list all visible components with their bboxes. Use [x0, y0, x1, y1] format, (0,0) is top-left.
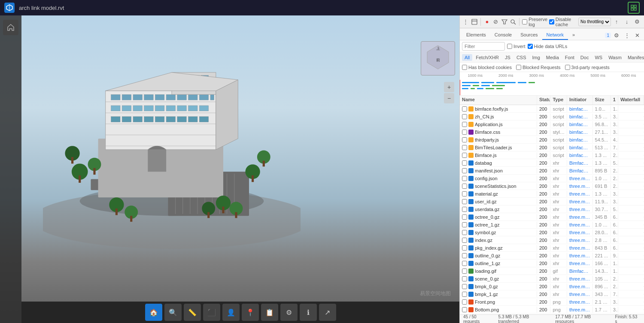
row-checkbox[interactable] — [462, 176, 467, 181]
row-checkbox[interactable] — [462, 199, 467, 204]
zoom-out-btn[interactable]: − — [444, 93, 454, 103]
row-checkbox[interactable] — [462, 106, 467, 112]
table-row[interactable]: BimTilesLoader.js 200 script bimface.ind… — [460, 144, 644, 151]
blocked-requests-checkbox[interactable] — [516, 65, 521, 70]
table-row[interactable]: user_id.gz 200 xhr three.min.js:6 11.9..… — [460, 198, 644, 205]
record-btn[interactable]: ● — [483, 17, 491, 27]
type-img[interactable]: Img — [530, 54, 543, 61]
zoom-in-btn[interactable]: + — [444, 82, 454, 92]
hide-data-urls-checkbox[interactable] — [528, 44, 533, 49]
tab-network[interactable]: Network — [542, 30, 568, 40]
table-row[interactable]: bmpk_1.gz 200 xhr three.min.js:6 343 ...… — [460, 290, 644, 298]
info-btn[interactable]: ℹ — [300, 304, 317, 321]
table-row[interactable]: scene_0.gz 200 xhr three.min.js:6 105 ..… — [460, 275, 644, 283]
filter-toggle-btn[interactable] — [501, 17, 508, 27]
search-btn[interactable]: 🔍 — [164, 304, 182, 321]
table-row[interactable]: sceneStatistics.json 200 xhr three.min.j… — [460, 182, 644, 190]
invert-checkbox[interactable] — [507, 44, 512, 49]
type-ws[interactable]: WS — [592, 54, 605, 61]
row-checkbox[interactable] — [462, 207, 467, 212]
preserve-log-checkbox[interactable] — [522, 19, 527, 24]
type-wasm[interactable]: Wasm — [606, 54, 624, 61]
row-checkbox[interactable] — [462, 214, 467, 220]
export-btn[interactable]: ↓ — [622, 17, 632, 27]
row-checkbox[interactable] — [462, 299, 467, 305]
col-size[interactable]: Size — [593, 96, 611, 105]
table-row[interactable]: Front.png 200 png three.min.js:6 2.1 kB … — [460, 298, 644, 306]
fullscreen-btn[interactable]: ↗ — [319, 304, 336, 321]
row-checkbox[interactable] — [462, 269, 467, 274]
table-row[interactable]: octree_1.gz 200 xhr three.min.js:6 1.0 k… — [460, 221, 644, 229]
type-js[interactable]: JS — [502, 54, 513, 61]
table-row[interactable]: Bimface.js 200 script bimface.ind... 1.3… — [460, 151, 644, 159]
row-checkbox[interactable] — [462, 153, 467, 158]
search-network-btn[interactable] — [509, 17, 516, 27]
table-row[interactable]: Bottom.png 200 png three.min.js:6 1.7 kB… — [460, 306, 644, 314]
type-fetch-xhr[interactable]: Fetch/XHR — [473, 54, 501, 61]
table-row[interactable]: index.gz 200 xhr three.min.js:6 2.8 kB 6… — [460, 236, 644, 244]
tab-sources[interactable]: Sources — [516, 30, 542, 40]
table-row[interactable]: material.gz 200 xhr three.min.js:6 1.3 k… — [460, 190, 644, 198]
row-checkbox[interactable] — [462, 307, 467, 312]
measure-btn[interactable]: 📏 — [184, 304, 201, 321]
blocked-requests-label[interactable]: Blocked Requests — [516, 65, 561, 70]
disable-cache-checkbox[interactable] — [549, 19, 554, 24]
expand-icon[interactable] — [628, 2, 640, 14]
table-row[interactable]: Bimface.css 200 style... bimface.ind... … — [460, 128, 644, 136]
tab-more[interactable]: » — [568, 30, 579, 40]
row-checkbox[interactable] — [462, 261, 467, 266]
table-row[interactable]: userdata.gz 200 xhr three.min.js:6 30.7.… — [460, 205, 644, 213]
col-initiator[interactable]: Initiator — [567, 96, 593, 105]
table-row[interactable]: pkg_index.gz 200 xhr three.min.js:6 843 … — [460, 244, 644, 252]
row-checkbox[interactable] — [462, 130, 467, 135]
row-checkbox[interactable] — [462, 292, 467, 297]
row-checkbox[interactable] — [462, 284, 467, 289]
hide-data-urls-label[interactable]: Hide data URLs — [528, 44, 568, 49]
preserve-log-label[interactable]: Preserve log — [522, 17, 548, 27]
stop-btn[interactable]: ⊘ — [492, 17, 499, 27]
blocked-cookies-label[interactable]: Has blocked cookies — [462, 65, 512, 70]
dt-close-btn[interactable]: ✕ — [632, 30, 642, 40]
property-btn[interactable]: 📋 — [261, 304, 278, 321]
row-checkbox[interactable] — [462, 222, 467, 227]
table-row[interactable]: thirdparty.js 200 script bimface.ind... … — [460, 136, 644, 144]
home-btn[interactable]: 🏠 — [145, 304, 162, 321]
type-manifest[interactable]: Manifest — [625, 54, 644, 61]
table-row[interactable]: Application.js 200 script bimface.ind...… — [460, 121, 644, 128]
network-settings-btn[interactable]: ⚙ — [632, 17, 642, 27]
table-row[interactable]: outline_0.gz 200 xhr three.min.js:6 221 … — [460, 252, 644, 260]
row-checkbox[interactable] — [462, 137, 467, 142]
devtools-dock-btn[interactable] — [471, 17, 478, 27]
model-tree-btn[interactable]: 👤 — [222, 304, 240, 321]
network-table[interactable]: Name Status Type Initiator Size 1 Waterf… — [460, 96, 644, 314]
devtools-menu-btn[interactable]: ⋮ — [462, 17, 469, 27]
row-checkbox[interactable] — [462, 184, 467, 189]
nav-cube[interactable]: 上 前 — [421, 41, 455, 75]
disable-cache-label[interactable]: Disable cache — [549, 17, 577, 27]
dt-settings-btn[interactable]: ⚙ — [612, 30, 621, 40]
table-row[interactable]: bmpk_0.gz 200 xhr three.min.js:6 896 ...… — [460, 283, 644, 290]
dt-more-btn[interactable]: ⋮ — [622, 30, 632, 40]
col-num[interactable]: 1 — [611, 96, 618, 105]
filter-input[interactable] — [462, 42, 505, 51]
viewport[interactable]: 上 前 + − 🏠 🔍 📏 ⬛ 👤 📍 📋 ⚙ ℹ ↗ 易景空间地图 — [0, 15, 459, 323]
row-checkbox[interactable] — [462, 230, 467, 235]
section-btn[interactable]: ⬛ — [203, 304, 220, 321]
row-checkbox[interactable] — [462, 114, 467, 119]
row-checkbox[interactable] — [462, 253, 467, 258]
table-row[interactable]: octree_0.gz 200 xhr three.min.js:6 345 B… — [460, 213, 644, 221]
type-media[interactable]: Media — [544, 54, 562, 61]
third-party-checkbox[interactable] — [565, 65, 570, 70]
row-checkbox[interactable] — [462, 276, 467, 281]
type-font[interactable]: Font — [562, 54, 577, 61]
table-row[interactable]: manifest.json 200 xhr Bimface.js:1 895 B… — [460, 167, 644, 175]
row-checkbox[interactable] — [462, 160, 467, 166]
invert-label[interactable]: Invert — [507, 44, 526, 49]
row-checkbox[interactable] — [462, 245, 467, 251]
col-name[interactable]: Name — [460, 96, 537, 105]
col-status[interactable]: Status — [537, 96, 550, 105]
row-checkbox[interactable] — [462, 168, 467, 173]
row-checkbox[interactable] — [462, 238, 467, 243]
col-waterfall[interactable]: Waterfall — [618, 96, 644, 105]
type-doc[interactable]: Doc — [578, 54, 592, 61]
